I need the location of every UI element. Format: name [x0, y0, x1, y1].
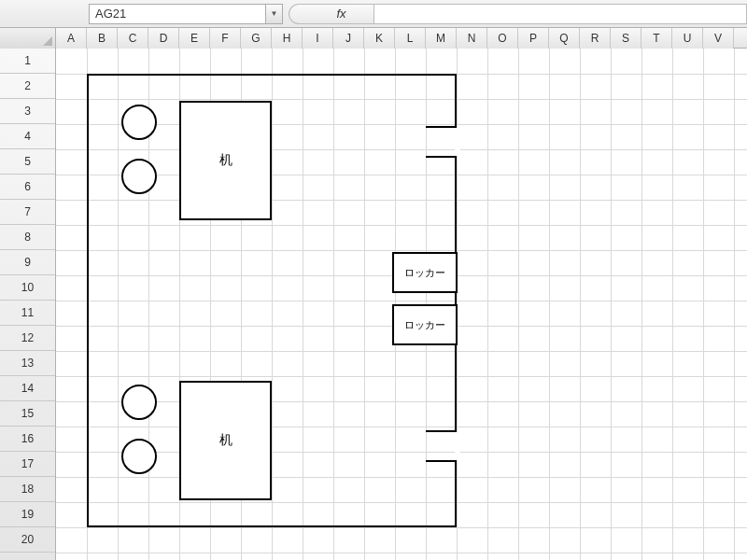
- row-header[interactable]: 13: [0, 351, 55, 376]
- column-header[interactable]: R: [580, 28, 611, 49]
- row-header[interactable]: 18: [0, 477, 55, 502]
- row-header[interactable]: 15: [0, 401, 55, 427]
- row-header[interactable]: 3: [0, 99, 55, 124]
- fx-expand-icon[interactable]: [289, 4, 309, 24]
- cell-reference: AG21: [95, 7, 126, 21]
- column-header[interactable]: F: [210, 28, 241, 49]
- column-header[interactable]: G: [241, 28, 272, 49]
- column-header[interactable]: O: [487, 28, 518, 49]
- column-header[interactable]: D: [148, 28, 179, 49]
- fx-controls: fx: [289, 4, 374, 24]
- column-header[interactable]: U: [672, 28, 703, 49]
- name-box[interactable]: AG21: [89, 4, 266, 24]
- column-header[interactable]: I: [303, 28, 333, 49]
- column-header[interactable]: T: [641, 28, 672, 49]
- row-header[interactable]: 2: [0, 74, 55, 99]
- column-header[interactable]: Q: [549, 28, 580, 49]
- row-header[interactable]: 4: [0, 124, 55, 149]
- row-headers: 1 2 3 4 5 6 7 8 9 10 11 12 13 14 15 16 1…: [0, 49, 56, 560]
- column-header[interactable]: B: [87, 28, 118, 49]
- column-header[interactable]: P: [518, 28, 549, 49]
- row-header[interactable]: 8: [0, 225, 55, 250]
- row-header[interactable]: 9: [0, 250, 55, 275]
- column-header[interactable]: H: [272, 28, 303, 49]
- column-header[interactable]: S: [611, 28, 641, 49]
- column-header[interactable]: K: [364, 28, 395, 49]
- formula-input[interactable]: [374, 4, 747, 24]
- column-header[interactable]: J: [333, 28, 364, 49]
- column-header[interactable]: A: [56, 28, 87, 49]
- row-header[interactable]: 6: [0, 175, 55, 200]
- rows-area: 1 2 3 4 5 6 7 8 9 10 11 12 13 14 15 16 1…: [0, 49, 747, 560]
- row-header[interactable]: 12: [0, 326, 55, 351]
- row-header[interactable]: 19: [0, 502, 55, 527]
- column-header[interactable]: L: [395, 28, 426, 49]
- select-all-corner[interactable]: [0, 28, 56, 49]
- row-header[interactable]: 16: [0, 427, 55, 452]
- cells-area[interactable]: 机 机 ロッカー ロッカー: [56, 49, 747, 560]
- row-header[interactable]: 7: [0, 200, 55, 225]
- column-header[interactable]: C: [118, 28, 148, 49]
- row-header[interactable]: 5: [0, 149, 55, 175]
- row-header[interactable]: 10: [0, 275, 55, 301]
- gridlines: [56, 49, 747, 560]
- row-header[interactable]: 11: [0, 301, 55, 326]
- fx-icon: fx: [336, 7, 345, 21]
- column-header[interactable]: E: [179, 28, 210, 49]
- grid-area: A B C D E F G H I J K L M N O P Q R S T …: [0, 28, 747, 560]
- formula-bar: AG21 ▼ fx: [0, 0, 747, 28]
- row-header[interactable]: 17: [0, 452, 55, 477]
- row-header[interactable]: 20: [0, 527, 55, 553]
- chevron-down-icon: ▼: [271, 9, 278, 18]
- row-header[interactable]: 14: [0, 376, 55, 401]
- row-header[interactable]: 1: [0, 49, 55, 74]
- column-headers: A B C D E F G H I J K L M N O P Q R S T …: [0, 28, 747, 49]
- column-header[interactable]: V: [703, 28, 734, 49]
- fx-button[interactable]: fx: [309, 4, 374, 24]
- column-header[interactable]: N: [457, 28, 487, 49]
- name-box-dropdown[interactable]: ▼: [266, 4, 283, 24]
- spreadsheet-app: AG21 ▼ fx A B C D E F G H I J K L M: [0, 0, 747, 560]
- column-header[interactable]: M: [426, 28, 457, 49]
